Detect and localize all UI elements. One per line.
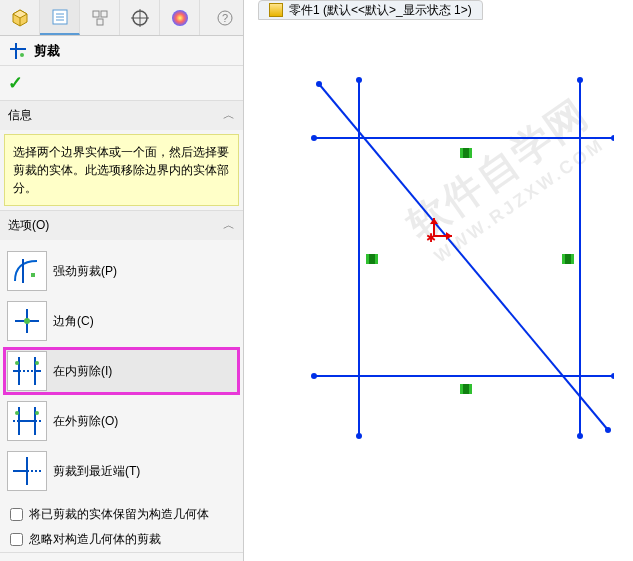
option-trim-nearest[interactable]: 剪裁到最近端(T) (4, 448, 239, 494)
checkbox-input[interactable] (10, 508, 23, 521)
appearance-icon (170, 8, 190, 28)
svg-rect-49 (463, 148, 469, 158)
help-icon[interactable]: ? (207, 0, 243, 35)
svg-point-40 (577, 77, 583, 83)
svg-point-33 (15, 411, 19, 415)
options-section: 选项(O) ︿ 强劲剪裁(P) 边角(C) 在内剪除(I) (0, 211, 243, 553)
target-icon (130, 8, 150, 28)
svg-point-34 (35, 411, 39, 415)
svg-point-10 (172, 10, 188, 26)
svg-point-15 (20, 53, 24, 57)
svg-point-47 (605, 427, 611, 433)
checkbox-ignore-construction[interactable]: 忽略对构造几何体的剪裁 (0, 527, 243, 552)
tree-icon (90, 8, 110, 28)
checkbox-keep-as-construction[interactable]: 将已剪裁的实体保留为构造几何体 (0, 502, 243, 527)
svg-point-38 (356, 77, 362, 83)
svg-point-46 (316, 81, 322, 87)
info-section-header[interactable]: 信息 ︿ (0, 101, 243, 130)
origin-icon: ✱ (426, 218, 452, 245)
corner-icon (7, 301, 47, 341)
feature-title-row: 剪裁 (0, 36, 243, 66)
document-tab-label: 零件1 (默认<<默认>_显示状态 1>) (289, 2, 472, 19)
options-list: 强劲剪裁(P) 边角(C) 在内剪除(I) 在外剪除(O) (0, 240, 243, 502)
svg-point-45 (611, 373, 614, 379)
svg-rect-53 (565, 254, 571, 264)
option-trim-outside[interactable]: 在外剪除(O) (4, 398, 239, 444)
chevron-up-icon: ︿ (223, 107, 235, 124)
trim-inside-icon (7, 351, 47, 391)
panel-tab-1[interactable] (0, 0, 40, 35)
panel-tab-5[interactable] (160, 0, 200, 35)
svg-point-41 (577, 433, 583, 439)
panel-tab-4[interactable] (120, 0, 160, 35)
option-power-trim[interactable]: 强劲剪裁(P) (4, 248, 239, 294)
svg-point-42 (311, 135, 317, 141)
svg-point-27 (35, 361, 39, 365)
info-header-label: 信息 (8, 107, 32, 124)
svg-rect-55 (463, 384, 469, 394)
confirm-row: ✓ (0, 66, 243, 101)
info-section: 信息 ︿ 选择两个边界实体或一个面，然后选择要剪裁的实体。此选项移除边界内的实体… (0, 101, 243, 211)
part-icon (269, 3, 283, 17)
panel-tab-3[interactable] (80, 0, 120, 35)
cube-icon (10, 8, 30, 28)
options-header-label: 选项(O) (8, 217, 49, 234)
info-message: 选择两个边界实体或一个面，然后选择要剪裁的实体。此选项移除边界内的实体部分。 (4, 134, 239, 206)
power-trim-icon (7, 251, 47, 291)
checkbox-label: 将已剪裁的实体保留为构造几何体 (29, 506, 209, 523)
svg-rect-17 (31, 273, 35, 277)
svg-rect-6 (97, 19, 103, 25)
svg-point-43 (611, 135, 614, 141)
feature-title: 剪裁 (34, 42, 60, 60)
option-label: 在外剪除(O) (53, 413, 238, 430)
option-trim-inside[interactable]: 在内剪除(I) (4, 348, 239, 394)
svg-point-39 (356, 433, 362, 439)
option-label: 边角(C) (53, 313, 238, 330)
graphics-area[interactable]: 零件1 (默认<<默认>_显示状态 1>) 软件自学网 WWW.RJZXW.CO… (244, 0, 633, 561)
document-tab[interactable]: 零件1 (默认<<默认>_显示状态 1>) (258, 0, 483, 20)
list-icon (50, 7, 70, 27)
chevron-up-icon: ︿ (223, 217, 235, 234)
checkbox-input[interactable] (10, 533, 23, 546)
options-section-header[interactable]: 选项(O) ︿ (0, 211, 243, 240)
trim-nearest-icon (7, 451, 47, 491)
option-label: 强劲剪裁(P) (53, 263, 238, 280)
svg-point-44 (311, 373, 317, 379)
option-corner[interactable]: 边角(C) (4, 298, 239, 344)
sketch-canvas[interactable]: ✱ (274, 26, 614, 456)
svg-text:?: ? (222, 12, 228, 24)
option-label: 剪裁到最近端(T) (53, 463, 238, 480)
svg-point-20 (24, 318, 30, 324)
relation-markers (366, 148, 574, 394)
option-label: 在内剪除(I) (53, 363, 230, 380)
svg-text:✱: ✱ (426, 231, 436, 245)
svg-point-26 (15, 361, 19, 365)
property-panel: ? 剪裁 ✓ 信息 ︿ 选择两个边界实体或一个面，然后选择要剪裁的实体。此选项移… (0, 0, 244, 561)
panel-tab-strip: ? (0, 0, 243, 36)
confirm-button[interactable]: ✓ (8, 73, 23, 93)
svg-rect-5 (101, 11, 107, 17)
svg-rect-51 (369, 254, 375, 264)
checkbox-label: 忽略对构造几何体的剪裁 (29, 531, 161, 548)
svg-rect-4 (93, 11, 99, 17)
trim-icon (8, 41, 28, 61)
panel-tab-2[interactable] (40, 0, 80, 35)
trim-outside-icon (7, 401, 47, 441)
